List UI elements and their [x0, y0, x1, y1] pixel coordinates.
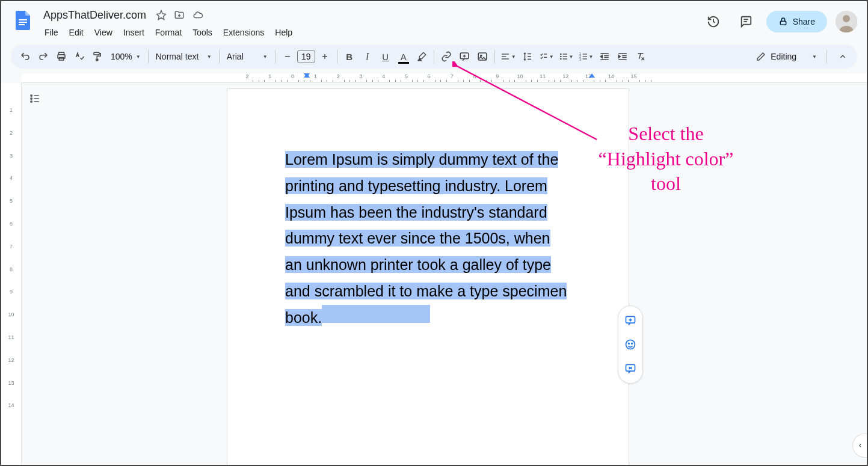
- share-label: Share: [793, 17, 815, 26]
- vertical-ruler[interactable]: 1234567891011121314: [1, 83, 22, 466]
- svg-point-51: [31, 95, 32, 97]
- print-button[interactable]: [53, 48, 70, 65]
- svg-point-60: [626, 340, 635, 349]
- star-icon[interactable]: [156, 10, 167, 20]
- svg-rect-0: [19, 19, 27, 20]
- document-body[interactable]: Lorem Ipsum is simply dummy text of the …: [285, 147, 571, 331]
- svg-rect-34: [562, 58, 567, 59]
- svg-point-62: [632, 343, 633, 345]
- margin-action-buttons: [618, 305, 643, 384]
- undo-button[interactable]: [17, 48, 34, 65]
- numbered-list-button[interactable]: 123▼: [577, 48, 596, 65]
- title-area: AppsThatDeliver.com File Edit View Inser…: [40, 6, 701, 40]
- spellcheck-button[interactable]: [71, 48, 88, 65]
- svg-point-20: [480, 55, 481, 56]
- svg-rect-5: [780, 21, 786, 25]
- increase-indent-button[interactable]: [614, 48, 631, 65]
- menu-insert[interactable]: Insert: [119, 25, 149, 40]
- move-icon[interactable]: [174, 10, 185, 20]
- svg-point-61: [629, 343, 630, 345]
- mode-button[interactable]: Editing ▼: [750, 48, 823, 65]
- docs-logo[interactable]: [11, 8, 35, 32]
- add-emoji-reaction-button[interactable]: [620, 334, 641, 355]
- toolbar: 100%▼ Normal text▼ Arial▼ 19 B I U A ▼ ▼…: [11, 44, 857, 69]
- svg-point-55: [31, 101, 32, 103]
- app-header: AppsThatDeliver.com File Edit View Inser…: [1, 1, 867, 40]
- svg-rect-1: [19, 22, 27, 23]
- svg-point-7: [843, 15, 850, 22]
- menu-extensions[interactable]: Extensions: [218, 25, 269, 40]
- checklist-button[interactable]: ▼: [537, 48, 556, 65]
- user-avatar[interactable]: [836, 11, 857, 32]
- document-page[interactable]: Lorem Ipsum is simply dummy text of the …: [227, 89, 629, 466]
- svg-point-29: [560, 54, 562, 55]
- add-comment-margin-button[interactable]: [620, 310, 641, 331]
- redo-button[interactable]: [35, 48, 52, 65]
- document-outline-button[interactable]: [26, 90, 43, 107]
- text-color-button[interactable]: A: [395, 48, 412, 65]
- italic-button[interactable]: I: [359, 48, 376, 65]
- increase-font-size[interactable]: [316, 48, 333, 65]
- svg-rect-11: [94, 52, 99, 55]
- svg-text:3: 3: [579, 58, 581, 61]
- bulleted-list-button[interactable]: ▼: [557, 48, 576, 65]
- menu-view[interactable]: View: [90, 25, 117, 40]
- svg-rect-32: [562, 54, 567, 54]
- menu-help[interactable]: Help: [270, 25, 297, 40]
- selected-text[interactable]: Lorem Ipsum is simply dummy text of the …: [285, 151, 567, 326]
- highlight-color-button[interactable]: [413, 48, 430, 65]
- header-actions: Share: [701, 10, 857, 34]
- align-button[interactable]: ▼: [499, 48, 518, 65]
- clear-formatting-button[interactable]: [632, 48, 649, 65]
- svg-point-31: [560, 58, 562, 60]
- menu-bar: File Edit View Insert Format Tools Exten…: [40, 25, 701, 40]
- add-comment-button[interactable]: [456, 48, 473, 65]
- svg-rect-33: [562, 56, 567, 57]
- line-spacing-button[interactable]: [519, 48, 536, 65]
- bold-button[interactable]: B: [341, 48, 358, 65]
- zoom-select[interactable]: 100%▼: [107, 48, 144, 65]
- annotation-text: Select the “Highlight color” tool: [576, 121, 756, 197]
- left-indent-marker[interactable]: [303, 73, 310, 78]
- document-title[interactable]: AppsThatDeliver.com: [40, 8, 150, 23]
- suggest-edits-button[interactable]: [620, 358, 641, 379]
- right-indent-marker[interactable]: [588, 73, 596, 78]
- font-select[interactable]: Arial▼: [223, 48, 271, 65]
- menu-tools[interactable]: Tools: [188, 25, 217, 40]
- collapse-toolbar-button[interactable]: [834, 48, 851, 65]
- menu-format[interactable]: Format: [150, 25, 186, 40]
- toolbar-container: 100%▼ Normal text▼ Arial▼ 19 B I U A ▼ ▼…: [1, 40, 867, 73]
- share-button[interactable]: Share: [766, 11, 827, 32]
- svg-point-30: [560, 56, 562, 58]
- paragraph-style-select[interactable]: Normal text▼: [152, 48, 215, 65]
- svg-rect-2: [19, 24, 25, 25]
- horizontal-ruler[interactable]: 210123456789101112131415: [22, 73, 867, 83]
- insert-image-button[interactable]: [474, 48, 491, 65]
- decrease-indent-button[interactable]: [596, 48, 613, 65]
- paint-format-button[interactable]: [89, 48, 106, 65]
- comments-icon[interactable]: [734, 10, 758, 34]
- insert-link-button[interactable]: [438, 48, 455, 65]
- decrease-font-size[interactable]: [279, 48, 296, 65]
- svg-point-53: [31, 98, 32, 100]
- font-size-input[interactable]: 19: [297, 50, 315, 63]
- menu-file[interactable]: File: [40, 25, 63, 40]
- menu-edit[interactable]: Edit: [64, 25, 88, 40]
- history-icon[interactable]: [701, 10, 725, 34]
- cloud-status-icon[interactable]: [192, 10, 204, 20]
- underline-button[interactable]: U: [377, 48, 394, 65]
